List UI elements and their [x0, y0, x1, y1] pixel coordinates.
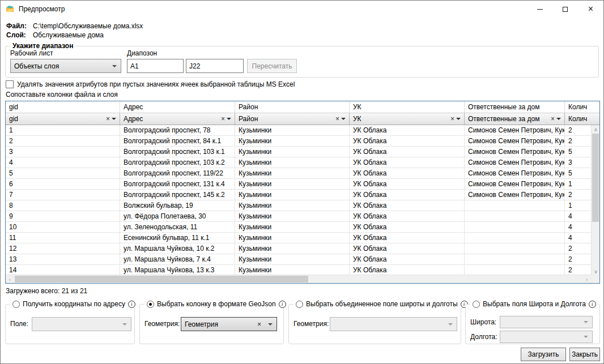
table-cell[interactable]: УК Облака — [350, 254, 465, 264]
scroll-right-icon[interactable]: › — [582, 275, 591, 284]
table-cell[interactable]: Волгоградский проспект, 103 к.1 — [120, 147, 235, 157]
clear-filter-icon[interactable]: × — [335, 115, 339, 123]
delete-empty-checkbox[interactable] — [6, 80, 14, 88]
filter-dropdown-icon[interactable] — [456, 118, 461, 120]
table-cell[interactable]: Кузьминки — [235, 168, 350, 178]
table-cell[interactable]: Кузьминки — [235, 243, 350, 254]
clear-filter-icon[interactable]: × — [551, 115, 555, 123]
range-start-input[interactable] — [127, 59, 184, 73]
table-cell[interactable]: 5 — [6, 168, 120, 178]
table-cell[interactable]: Кузьминки — [235, 157, 350, 168]
horizontal-scrollbar[interactable]: ‹ › — [6, 275, 591, 283]
table-cell[interactable] — [465, 222, 565, 232]
horizontal-scrollbar-thumb[interactable] — [15, 276, 308, 282]
table-cell[interactable]: УК Облака — [350, 265, 465, 275]
table-cell[interactable]: Волгоградский проспект, 131 к.4 — [120, 179, 235, 189]
vertical-scrollbar[interactable]: ∧ ∨ — [591, 125, 599, 276]
table-cell[interactable]: УК Облака — [350, 222, 465, 232]
table-cell[interactable]: УК Облака — [350, 147, 465, 157]
table-cell[interactable]: Кузьминки — [235, 265, 350, 275]
table-row[interactable]: 9ул. Фёдора Полетаева, 30КузьминкиУК Обл… — [6, 211, 599, 222]
table-cell[interactable] — [465, 200, 565, 211]
filter-dropdown-icon[interactable] — [227, 118, 231, 120]
table-cell[interactable]: Симонов Семен Петрович, Кукушк — [465, 136, 565, 146]
table-cell[interactable]: Кузьминки — [235, 136, 350, 146]
table-cell[interactable]: ул. Фёдора Полетаева, 30 — [120, 211, 235, 221]
clear-selection-icon[interactable]: × — [257, 320, 261, 328]
table-row[interactable]: 11Есенинский бульвар, 11 к.1КузьминкиУК … — [6, 233, 599, 243]
clear-filter-icon[interactable]: × — [221, 115, 225, 123]
filter-dropdown-icon[interactable] — [341, 118, 346, 120]
table-cell[interactable]: 2 — [6, 136, 120, 146]
column-header[interactable]: Адрес — [120, 101, 235, 113]
separate-latlon-radio[interactable] — [473, 301, 480, 308]
table-cell[interactable] — [465, 211, 565, 221]
table-row[interactable]: 10ул. Зеленодольская, 11КузьминкиУК Обла… — [6, 222, 599, 233]
table-cell[interactable]: Волгоградский проспект, 84 к.1 — [120, 136, 235, 146]
table-cell[interactable] — [465, 254, 565, 264]
clear-filter-icon[interactable]: × — [106, 115, 110, 123]
table-row[interactable]: 4Волгоградский проспект, 103 к.2Кузьминк… — [6, 157, 599, 168]
table-cell[interactable]: 9 — [6, 211, 120, 221]
info-icon[interactable]: i — [279, 301, 286, 308]
column-header[interactable]: Район — [235, 101, 350, 113]
table-row[interactable]: 13ул. Маршала Чуйкова, 7 к.4КузьминкиУК … — [6, 254, 599, 265]
table-cell[interactable]: Кузьминки — [235, 147, 350, 157]
scroll-up-icon[interactable]: ∧ — [592, 125, 600, 134]
table-cell[interactable]: 12 — [6, 243, 120, 254]
table-cell[interactable]: Кузьминки — [235, 222, 350, 232]
minimize-button[interactable] — [527, 1, 552, 18]
table-cell[interactable]: Симонов Семен Петрович, Кукушк — [465, 125, 565, 135]
table-cell[interactable]: Кузьминки — [235, 211, 350, 221]
table-cell[interactable]: 1 — [6, 125, 120, 135]
load-button[interactable]: Загрузить — [521, 348, 566, 361]
table-cell[interactable]: УК Облака — [350, 168, 465, 178]
table-cell[interactable]: Кузьминки — [235, 254, 350, 264]
clear-filter-icon[interactable]: × — [450, 115, 454, 123]
filter-dropdown-icon[interactable] — [556, 118, 561, 120]
table-row[interactable]: 5Волгоградский проспект, 119/22Кузьминки… — [6, 168, 599, 179]
table-cell[interactable]: 4 — [6, 157, 120, 168]
table-cell[interactable]: УК Облака — [350, 243, 465, 254]
close-dialog-button[interactable]: Закрыть — [569, 348, 600, 361]
table-cell[interactable]: 10 — [6, 222, 120, 232]
table-cell[interactable]: Кузьминки — [235, 200, 350, 211]
geojson-column-radio[interactable] — [147, 301, 154, 308]
table-cell[interactable]: Кузьминки — [235, 190, 350, 200]
scroll-left-icon[interactable]: ‹ — [6, 275, 14, 284]
vertical-scrollbar-thumb[interactable] — [592, 134, 599, 222]
geojson-geometry-select[interactable]: Геометрия × — [181, 317, 277, 331]
column-header[interactable]: УК — [350, 101, 465, 113]
table-cell[interactable]: Есенинский бульвар, 11 к.1 — [120, 233, 235, 243]
table-cell[interactable]: Кузьминки — [235, 125, 350, 135]
table-cell[interactable]: Волгоградский проспект, 78 — [120, 125, 235, 135]
table-row[interactable]: 7Волгоградский проспект, 145 к.2Кузьминк… — [6, 190, 599, 200]
table-cell[interactable]: ул. Зеленодольская, 11 — [120, 222, 235, 232]
worksheet-select[interactable]: Объекты слоя — [10, 59, 121, 73]
table-cell[interactable]: 6 — [6, 179, 120, 189]
table-cell[interactable]: УК Облака — [350, 136, 465, 146]
table-cell[interactable]: ул. Маршала Чуйкова, 7 к.4 — [120, 254, 235, 264]
table-cell[interactable]: 8 — [6, 200, 120, 211]
column-header[interactable]: gid — [6, 101, 120, 113]
table-cell[interactable]: Волжский бульвар, 19 — [120, 200, 235, 211]
table-cell[interactable]: 11 — [6, 233, 120, 243]
filter-cell[interactable]: Адрес× — [120, 113, 235, 125]
table-cell[interactable] — [465, 265, 565, 275]
table-cell[interactable]: Симонов Семен Петрович, Кукушк — [465, 157, 565, 168]
table-row[interactable]: 12ул. Маршала Чуйкова, 10 к.2КузьминкиУК… — [6, 243, 599, 254]
table-cell[interactable]: Кузьминки — [235, 179, 350, 189]
filter-cell[interactable]: Район× — [235, 113, 350, 125]
table-cell[interactable]: 14 — [6, 265, 120, 275]
column-header[interactable]: Колич — [565, 101, 599, 113]
geocode-by-address-radio[interactable] — [12, 301, 20, 308]
filter-cell[interactable]: УК× — [350, 113, 465, 125]
table-cell[interactable]: ул. Маршала Чуйкова, 10 к.2 — [120, 243, 235, 254]
table-cell[interactable]: Симонов Семен Петрович, Кукушк — [465, 190, 565, 200]
filter-cell[interactable]: gid× — [6, 113, 120, 125]
table-cell[interactable]: Кузьминки — [235, 233, 350, 243]
table-cell[interactable]: УК Облака — [350, 179, 465, 189]
column-header[interactable]: Ответственные за дом — [465, 101, 565, 113]
table-cell[interactable]: 13 — [6, 254, 120, 264]
table-cell[interactable]: УК Облака — [350, 200, 465, 211]
